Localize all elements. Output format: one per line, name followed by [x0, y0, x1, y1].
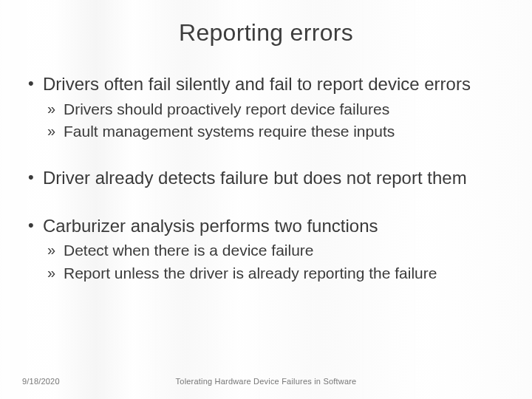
sub-bullet-list: Drivers should proactively report device… — [43, 99, 510, 142]
bullet-text: Driver already detects failure but does … — [43, 168, 467, 188]
bullet-item: Driver already detects failure but does … — [24, 167, 510, 190]
bullet-text: Carburizer analysis performs two functio… — [43, 216, 378, 236]
slide-title: Reporting errors — [22, 19, 510, 47]
bullet-text: Drivers often fail silently and fail to … — [43, 74, 471, 94]
bullet-item: Drivers often fail silently and fail to … — [24, 73, 510, 142]
sub-bullet-item: Detect when there is a device failure — [43, 240, 510, 261]
sub-bullet-item: Fault management systems require these i… — [43, 121, 510, 142]
sub-bullet-item: Report unless the driver is already repo… — [43, 263, 510, 284]
sub-bullet-list: Detect when there is a device failure Re… — [43, 240, 510, 283]
bullet-item: Carburizer analysis performs two functio… — [24, 215, 510, 284]
slide-content: Drivers often fail silently and fail to … — [22, 73, 510, 284]
footer-date: 9/18/2020 — [22, 377, 60, 386]
sub-bullet-item: Drivers should proactively report device… — [43, 99, 510, 120]
bullet-list: Drivers often fail silently and fail to … — [24, 73, 510, 284]
slide: Reporting errors Drivers often fail sile… — [0, 0, 532, 399]
slide-footer: 9/18/2020 Tolerating Hardware Device Fai… — [0, 371, 532, 386]
footer-title: Tolerating Hardware Device Failures in S… — [176, 377, 357, 386]
